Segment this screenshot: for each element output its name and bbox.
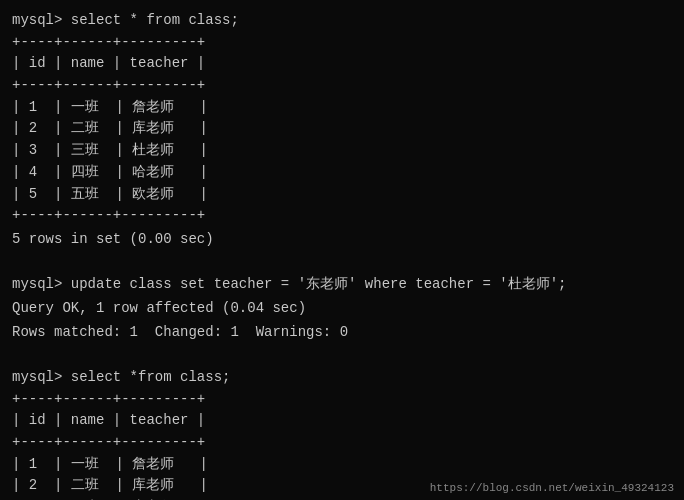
terminal: mysql> select * from class; +----+------…: [12, 10, 672, 490]
table1-row-5: | 5 | 五班 | 欧老师 |: [12, 184, 672, 206]
update-ok: Query OK, 1 row affected (0.04 sec): [12, 298, 672, 320]
table1-row-2: | 2 | 二班 | 库老师 |: [12, 118, 672, 140]
table1-sep2: +----+------+---------+: [12, 75, 672, 97]
table1-sep1: +----+------+---------+: [12, 32, 672, 54]
table1-row-4: | 4 | 四班 | 哈老师 |: [12, 162, 672, 184]
blank2: [12, 345, 672, 367]
table1-sep3: +----+------+---------+: [12, 205, 672, 227]
blank1: [12, 253, 672, 275]
table1-row-3: | 3 | 三班 | 杜老师 |: [12, 140, 672, 162]
table2-row-1: | 1 | 一班 | 詹老师 |: [12, 454, 672, 476]
table2-header: | id | name | teacher |: [12, 410, 672, 432]
table1-rowcount: 5 rows in set (0.00 sec): [12, 229, 672, 251]
table1-row-1: | 1 | 一班 | 詹老师 |: [12, 97, 672, 119]
query-2-prompt: mysql> select *from class;: [12, 367, 672, 389]
table2-sep1: +----+------+---------+: [12, 389, 672, 411]
query-1-prompt: mysql> select * from class;: [12, 10, 672, 32]
table1-header: | id | name | teacher |: [12, 53, 672, 75]
table2-sep2: +----+------+---------+: [12, 432, 672, 454]
watermark: https://blog.csdn.net/weixin_49324123: [430, 482, 674, 494]
update-prompt: mysql> update class set teacher = '东老师' …: [12, 274, 672, 296]
update-matched: Rows matched: 1 Changed: 1 Warnings: 0: [12, 322, 672, 344]
